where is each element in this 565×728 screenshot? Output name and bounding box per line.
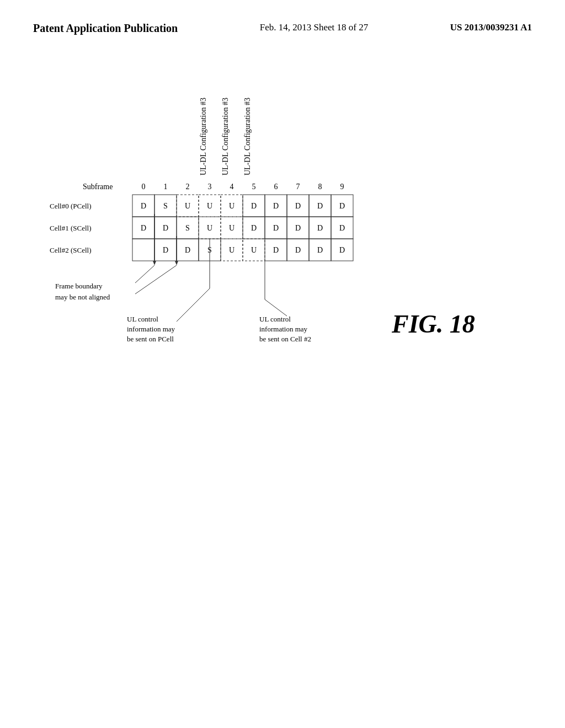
config-label-pcell: UL-DL Configuration #3 [199, 98, 207, 175]
publication-date-sheet: Feb. 14, 2013 Sheet 18 of 27 [260, 22, 368, 33]
ul-control-pcell-text3: be sent on PCell [127, 335, 174, 343]
scell2-sf0-border [132, 239, 154, 261]
col-1-header: 1 [164, 183, 168, 191]
scell1-sf9: D [339, 224, 345, 232]
pcell-sf0: D [141, 202, 146, 210]
scell1-sf3: U [207, 224, 212, 232]
ul-control-pcell-text2: information may [127, 325, 175, 333]
scell2-sf4: U [229, 246, 234, 254]
ul-control-pcell-line2 [177, 288, 210, 322]
pcell-sf6: D [273, 202, 279, 210]
figure-18-diagram: UL-DL Configuration #3 UL-DL Configurati… [50, 68, 546, 675]
frame-boundary-line2 [135, 265, 177, 294]
scell1-label: Cell#1 (SCell) [50, 224, 91, 232]
frame-boundary-text2: may be not aligned [55, 293, 110, 301]
pcell-sf1: S [163, 202, 168, 210]
page-header: Patent Application Publication Feb. 14, … [0, 0, 565, 46]
col-0-header: 0 [142, 183, 146, 191]
ul-control-pcell-text1: UL control [127, 315, 158, 323]
scell2-sf9: D [339, 246, 345, 254]
scell1-sf8: D [317, 224, 323, 232]
frame-boundary-line1 [135, 265, 154, 283]
col-7-header: 7 [296, 183, 300, 191]
subframe-label: Subframe [83, 183, 113, 191]
col-5-header: 5 [252, 183, 256, 191]
pcell-sf3: U [207, 202, 212, 210]
scell1-sf2: S [185, 224, 190, 232]
scell1-sf4: U [229, 224, 234, 232]
scell2-sf1: D [163, 246, 168, 254]
col-9-header: 9 [340, 183, 344, 191]
pcell-sf8: D [317, 202, 323, 210]
frame-boundary-arrowhead1 [153, 261, 156, 265]
ul-control-cell2-text2: information may [259, 325, 308, 333]
scell2-sf8: D [317, 246, 323, 254]
ul-control-cell2-line2 [265, 299, 287, 316]
col-3-header: 3 [208, 183, 212, 191]
pcell-sf5: D [251, 202, 257, 210]
col-4-header: 4 [230, 183, 234, 191]
publication-title: Patent Application Publication [33, 22, 178, 35]
scell1-sf0: D [141, 224, 146, 232]
main-content: UL-DL Configuration #3 UL-DL Configurati… [0, 46, 565, 691]
ul-control-cell2-text3: be sent on Cell #2 [259, 335, 311, 343]
pcell-sf4: U [229, 202, 234, 210]
scell2-sf5: U [251, 246, 257, 254]
ul-control-cell2-text1: UL control [259, 315, 291, 323]
config-label-scell1: UL-DL Configuration #3 [221, 98, 230, 175]
col-8-header: 8 [318, 183, 322, 191]
scell2-sf2: D [185, 246, 190, 254]
pcell-label: Cell#0 (PCell) [50, 202, 91, 210]
scell2-sf7: D [295, 246, 301, 254]
scell2-sf6: D [273, 246, 279, 254]
col-6-header: 6 [274, 183, 278, 191]
frame-boundary-arrowhead2 [175, 261, 178, 265]
scell1-sf7: D [295, 224, 301, 232]
pcell-sf9: D [339, 202, 345, 210]
frame-boundary-text1: Frame boundary [55, 282, 103, 290]
pcell-sf7: D [295, 202, 301, 210]
figure-label: FIG. 18 [391, 310, 475, 338]
scell1-sf1: D [163, 224, 168, 232]
pcell-sf2: U [185, 202, 190, 210]
scell1-sf5: D [251, 224, 257, 232]
publication-number: US 2013/0039231 A1 [450, 22, 532, 33]
col-2-header: 2 [186, 183, 190, 191]
scell1-sf6: D [273, 224, 279, 232]
scell2-label: Cell#2 (SCell) [50, 246, 91, 254]
config-label-scell2: UL-DL Configuration #3 [243, 98, 252, 175]
